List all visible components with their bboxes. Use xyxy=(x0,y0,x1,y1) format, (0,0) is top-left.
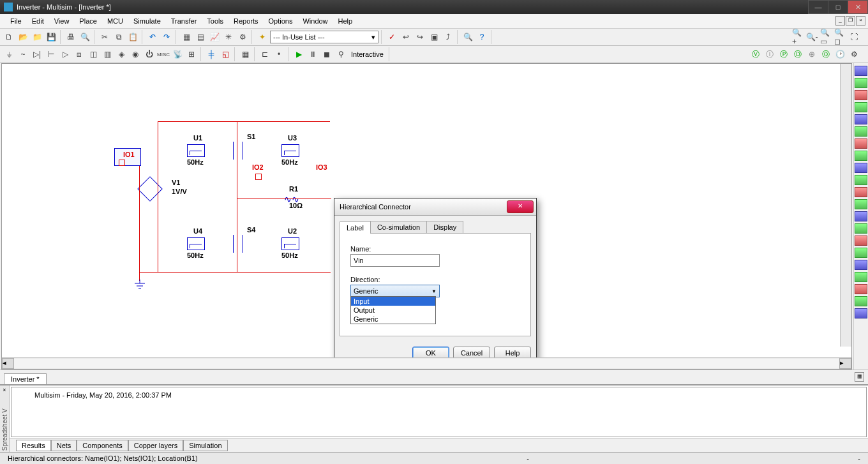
s1-symbol-icon[interactable] xyxy=(233,142,243,160)
zoom-out-icon[interactable]: 🔍- xyxy=(805,31,818,43)
resistor-icon[interactable]: ~ xyxy=(17,48,29,61)
instrument-elvis-icon[interactable] xyxy=(855,296,867,306)
menu-transfer[interactable]: Transfer xyxy=(166,16,202,26)
mdi-close-button[interactable]: × xyxy=(856,16,865,26)
junction-icon[interactable]: • xyxy=(273,48,285,61)
menu-file[interactable]: File xyxy=(5,16,27,26)
probe-settings-icon[interactable]: ⚙ xyxy=(848,48,860,61)
document-tab-inverter[interactable]: Inverter * xyxy=(4,373,47,384)
indicator-icon[interactable]: ◉ xyxy=(129,48,142,61)
place-bus-icon[interactable]: ╪ xyxy=(205,48,218,61)
find-icon[interactable]: 🔍 xyxy=(461,31,474,43)
cmos-icon[interactable]: ◫ xyxy=(87,48,100,61)
new-icon[interactable]: 🗋 xyxy=(3,31,15,43)
zoom-area-icon[interactable]: 🔍▭ xyxy=(819,31,832,43)
u3-symbol-icon[interactable] xyxy=(281,144,299,157)
vertical-scrollbar[interactable] xyxy=(840,64,851,347)
sheet-tab-simulation[interactable]: Simulation xyxy=(183,440,227,451)
menu-help[interactable]: Help xyxy=(333,16,358,26)
opamp-icon[interactable]: ▷ xyxy=(59,48,71,61)
place-hier-icon[interactable]: ◱ xyxy=(219,48,232,61)
direction-dropdown[interactable]: Generic ▼ Input Output Generic xyxy=(350,285,440,297)
preview-icon[interactable]: 🔍 xyxy=(79,31,91,43)
tab-label[interactable]: Label xyxy=(340,221,371,234)
mdi-minimize-button[interactable]: _ xyxy=(835,16,845,26)
dialog-titlebar[interactable]: Hierarchical Connector ✕ xyxy=(334,198,536,216)
paste-icon[interactable]: 📋 xyxy=(126,31,139,43)
cut-icon[interactable]: ✂ xyxy=(98,31,111,43)
horizontal-scrollbar[interactable]: ◂ ▸ xyxy=(2,357,851,369)
print-icon[interactable]: 🖶 xyxy=(64,31,77,43)
u1-symbol-icon[interactable] xyxy=(187,144,205,157)
sheet-tab-copper[interactable]: Copper layers xyxy=(128,440,183,451)
instrument-funcgen-icon[interactable] xyxy=(855,78,867,88)
instrument-multimeter-icon[interactable] xyxy=(855,66,867,76)
save-icon[interactable]: 💾 xyxy=(45,31,57,43)
instrument-iv-icon[interactable] xyxy=(855,187,867,197)
instrument-wattmeter-icon[interactable] xyxy=(855,90,867,100)
misc-icon[interactable]: MISC xyxy=(157,48,170,61)
instrument-counter-icon[interactable] xyxy=(855,138,867,149)
tab-cosimulation[interactable]: Co-simulation xyxy=(370,221,427,233)
mdi-restore-button[interactable]: ❐ xyxy=(846,16,855,26)
scroll-right-button[interactable]: ▸ xyxy=(839,358,851,369)
window-close-button[interactable]: ✕ xyxy=(848,0,868,14)
in-use-list-dropdown[interactable]: --- In-Use List --- ▾ xyxy=(270,31,378,43)
help-button[interactable]: Help xyxy=(494,347,531,357)
tabs-layout-button[interactable]: ▦ xyxy=(855,372,864,382)
probe-clock-icon[interactable]: 🕑 xyxy=(834,48,846,61)
name-input[interactable] xyxy=(350,254,440,267)
diode-icon[interactable]: ▷| xyxy=(31,48,43,61)
instrument-agilent-scope-icon[interactable] xyxy=(855,260,867,270)
ultiboard-icon[interactable]: ▣ xyxy=(428,31,440,43)
open-project-icon[interactable]: 📁 xyxy=(31,31,43,43)
menu-options[interactable]: Options xyxy=(264,16,298,26)
fwd-ann-icon[interactable]: ↪ xyxy=(414,31,426,43)
ground-icon[interactable]: ⏚ xyxy=(3,48,15,61)
zoom-fit-icon[interactable]: 🔍◻ xyxy=(834,31,846,43)
help-icon[interactable]: ? xyxy=(475,31,488,43)
instrument-tek-scope-icon[interactable] xyxy=(855,272,867,282)
connector-icon[interactable]: ⊏ xyxy=(258,48,271,61)
dialog-close-button[interactable]: ✕ xyxy=(507,200,534,213)
graph-icon[interactable]: 📈 xyxy=(208,31,221,43)
menu-place[interactable]: Place xyxy=(74,16,102,26)
cancel-button[interactable]: Cancel xyxy=(453,347,490,357)
instrument-agilent-mm-icon[interactable] xyxy=(855,248,867,258)
redo-icon[interactable]: ↷ xyxy=(160,31,173,43)
menu-window[interactable]: Window xyxy=(297,16,333,26)
schematic-canvas[interactable]: IO1 V1 1V/V U1 50Hz U4 50Hz S1 S4 xyxy=(2,64,851,357)
postproc-icon[interactable]: ⚙ xyxy=(236,31,249,43)
instrument-logic-analyzer-icon[interactable] xyxy=(855,163,867,173)
spreadsheet-icon[interactable]: ▤ xyxy=(194,31,207,43)
export-icon[interactable]: ⤴ xyxy=(442,31,454,43)
ttl-icon[interactable]: ⧈ xyxy=(73,48,86,61)
instrument-logic-conv-icon[interactable] xyxy=(855,175,867,185)
menu-mcu[interactable]: MCU xyxy=(102,16,128,26)
instrument-labview-icon[interactable] xyxy=(855,284,867,294)
window-maximize-button[interactable]: □ xyxy=(828,0,848,14)
u2-symbol-icon[interactable] xyxy=(281,237,299,250)
mixed-icon[interactable]: ◈ xyxy=(115,48,128,61)
direction-option-output[interactable]: Output xyxy=(351,306,435,315)
menu-simulate[interactable]: Simulate xyxy=(128,16,166,26)
grid-icon[interactable]: ▦ xyxy=(180,31,193,43)
run-icon[interactable]: ▶ xyxy=(292,48,305,61)
probe-diff-icon[interactable]: Ⓓ xyxy=(791,48,804,61)
power-icon[interactable]: ⏻ xyxy=(143,48,156,61)
instrument-spectrum-icon[interactable] xyxy=(855,211,867,221)
probe-dig-icon[interactable]: Ⓞ xyxy=(819,48,832,61)
component-icon[interactable]: ✦ xyxy=(256,31,269,43)
v1-symbol-icon[interactable] xyxy=(137,176,163,202)
ok-button[interactable]: OK xyxy=(412,347,449,357)
instrument-bode-icon[interactable] xyxy=(855,126,867,137)
menu-edit[interactable]: Edit xyxy=(27,16,49,26)
window-minimize-button[interactable]: — xyxy=(808,0,828,14)
probe-v-icon[interactable]: Ⓥ xyxy=(749,48,762,61)
copy-icon[interactable]: ⧉ xyxy=(112,31,125,43)
scroll-left-button[interactable]: ◂ xyxy=(2,358,14,369)
back-ann-icon[interactable]: ↩ xyxy=(400,31,412,43)
fullscreen-icon[interactable]: ⛶ xyxy=(848,31,860,43)
erc-icon[interactable]: ✓ xyxy=(385,31,398,43)
zoom-in-icon[interactable]: 🔍+ xyxy=(791,31,804,43)
